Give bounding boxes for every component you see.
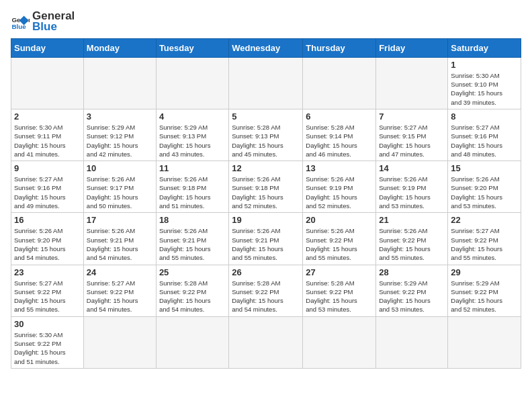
day-info: Sunrise: 5:28 AMSunset: 9:14 PMDaylight:… [306, 123, 373, 158]
day-info: Sunrise: 5:29 AMSunset: 9:12 PMDaylight:… [87, 123, 153, 158]
week-row-5: 23Sunrise: 5:27 AMSunset: 9:22 PMDayligh… [11, 265, 521, 316]
col-header-saturday: Saturday [448, 38, 521, 57]
calendar-cell: 22Sunrise: 5:27 AMSunset: 9:22 PMDayligh… [448, 213, 521, 265]
calendar-cell [303, 57, 376, 109]
day-number: 7 [379, 111, 445, 122]
calendar-cell: 2Sunrise: 5:30 AMSunset: 9:11 PMDaylight… [11, 109, 84, 161]
calendar-cell: 25Sunrise: 5:28 AMSunset: 9:22 PMDayligh… [156, 265, 228, 316]
day-number: 6 [306, 111, 373, 122]
calendar-cell: 26Sunrise: 5:28 AMSunset: 9:22 PMDayligh… [229, 265, 303, 316]
week-row-4: 16Sunrise: 5:26 AMSunset: 9:20 PMDayligh… [11, 213, 521, 265]
week-row-1: 1Sunrise: 5:30 AMSunset: 9:10 PMDaylight… [11, 57, 521, 109]
day-info: Sunrise: 5:26 AMSunset: 9:17 PMDaylight:… [87, 175, 153, 210]
day-number: 14 [379, 163, 445, 173]
calendar-cell: 7Sunrise: 5:27 AMSunset: 9:15 PMDaylight… [376, 109, 448, 161]
day-info: Sunrise: 5:29 AMSunset: 9:22 PMDaylight:… [379, 279, 445, 314]
day-number: 11 [159, 163, 226, 173]
day-info: Sunrise: 5:30 AMSunset: 9:10 PMDaylight:… [451, 71, 518, 107]
calendar-cell: 16Sunrise: 5:26 AMSunset: 9:20 PMDayligh… [11, 213, 84, 265]
calendar-cell: 1Sunrise: 5:30 AMSunset: 9:10 PMDaylight… [448, 57, 521, 109]
day-info: Sunrise: 5:29 AMSunset: 9:13 PMDaylight:… [159, 123, 226, 158]
day-number: 8 [451, 111, 518, 122]
day-number: 4 [159, 111, 226, 122]
day-info: Sunrise: 5:28 AMSunset: 9:22 PMDaylight:… [232, 279, 300, 314]
day-number: 2 [14, 111, 81, 122]
calendar-cell: 12Sunrise: 5:26 AMSunset: 9:18 PMDayligh… [229, 161, 303, 213]
day-info: Sunrise: 5:26 AMSunset: 9:21 PMDaylight:… [232, 226, 300, 262]
calendar-cell: 27Sunrise: 5:28 AMSunset: 9:22 PMDayligh… [303, 265, 376, 316]
day-number: 19 [232, 215, 300, 225]
day-number: 20 [306, 215, 373, 225]
calendar-table: SundayMondayTuesdayWednesdayThursdayFrid… [11, 38, 521, 369]
calendar-cell: 15Sunrise: 5:26 AMSunset: 9:20 PMDayligh… [448, 161, 521, 213]
col-header-tuesday: Tuesday [156, 38, 228, 57]
day-info: Sunrise: 5:26 AMSunset: 9:21 PMDaylight:… [159, 226, 226, 262]
logo-blue: Blue [32, 20, 75, 34]
day-info: Sunrise: 5:26 AMSunset: 9:20 PMDaylight:… [14, 226, 81, 262]
day-info: Sunrise: 5:26 AMSunset: 9:18 PMDaylight:… [159, 175, 226, 210]
calendar-cell: 18Sunrise: 5:26 AMSunset: 9:21 PMDayligh… [156, 213, 228, 265]
day-number: 16 [14, 215, 81, 225]
day-number: 17 [87, 215, 153, 225]
day-number: 28 [379, 267, 445, 277]
calendar-cell [83, 316, 156, 368]
calendar-cell: 14Sunrise: 5:26 AMSunset: 9:19 PMDayligh… [376, 161, 448, 213]
day-info: Sunrise: 5:27 AMSunset: 9:22 PMDaylight:… [14, 279, 81, 314]
calendar-cell: 20Sunrise: 5:26 AMSunset: 9:22 PMDayligh… [303, 213, 376, 265]
calendar-cell [156, 57, 228, 109]
calendar-cell: 11Sunrise: 5:26 AMSunset: 9:18 PMDayligh… [156, 161, 228, 213]
col-header-sunday: Sunday [11, 38, 84, 57]
generalblue-logo-icon: General Blue [11, 12, 30, 31]
header: General Blue General Blue [11, 7, 521, 34]
week-row-2: 2Sunrise: 5:30 AMSunset: 9:11 PMDaylight… [11, 109, 521, 161]
calendar-cell [229, 57, 303, 109]
day-number: 10 [87, 163, 153, 173]
day-number: 26 [232, 267, 300, 277]
calendar-cell: 17Sunrise: 5:26 AMSunset: 9:21 PMDayligh… [83, 213, 156, 265]
day-number: 25 [159, 267, 226, 277]
col-header-wednesday: Wednesday [229, 38, 303, 57]
day-info: Sunrise: 5:28 AMSunset: 9:13 PMDaylight:… [232, 123, 300, 158]
calendar-cell [83, 57, 156, 109]
day-number: 24 [87, 267, 153, 277]
calendar-cell: 30Sunrise: 5:30 AMSunset: 9:22 PMDayligh… [11, 316, 84, 368]
day-number: 18 [159, 215, 226, 225]
day-number: 5 [232, 111, 300, 122]
day-info: Sunrise: 5:27 AMSunset: 9:16 PMDaylight:… [451, 123, 518, 158]
calendar-cell: 9Sunrise: 5:27 AMSunset: 9:16 PMDaylight… [11, 161, 84, 213]
day-number: 15 [451, 163, 518, 173]
day-info: Sunrise: 5:26 AMSunset: 9:19 PMDaylight:… [306, 175, 373, 210]
day-info: Sunrise: 5:30 AMSunset: 9:22 PMDaylight:… [14, 330, 81, 366]
day-number: 1 [451, 60, 518, 70]
calendar-cell [229, 316, 303, 368]
calendar-cell [448, 316, 521, 368]
day-info: Sunrise: 5:30 AMSunset: 9:11 PMDaylight:… [14, 123, 81, 158]
day-number: 13 [306, 163, 373, 173]
week-row-3: 9Sunrise: 5:27 AMSunset: 9:16 PMDaylight… [11, 161, 521, 213]
day-info: Sunrise: 5:27 AMSunset: 9:22 PMDaylight:… [87, 279, 153, 314]
header-row: SundayMondayTuesdayWednesdayThursdayFrid… [11, 38, 521, 57]
calendar-cell [376, 316, 448, 368]
day-number: 22 [451, 215, 518, 225]
col-header-monday: Monday [83, 38, 156, 57]
calendar-cell: 4Sunrise: 5:29 AMSunset: 9:13 PMDaylight… [156, 109, 228, 161]
day-number: 9 [14, 163, 81, 173]
day-number: 3 [87, 111, 153, 122]
calendar-cell [156, 316, 228, 368]
day-info: Sunrise: 5:26 AMSunset: 9:22 PMDaylight:… [306, 226, 373, 262]
calendar-cell: 23Sunrise: 5:27 AMSunset: 9:22 PMDayligh… [11, 265, 84, 316]
calendar-cell: 3Sunrise: 5:29 AMSunset: 9:12 PMDaylight… [83, 109, 156, 161]
day-info: Sunrise: 5:26 AMSunset: 9:18 PMDaylight:… [232, 175, 300, 210]
day-number: 29 [451, 267, 518, 277]
day-info: Sunrise: 5:27 AMSunset: 9:16 PMDaylight:… [14, 175, 81, 210]
calendar-cell: 28Sunrise: 5:29 AMSunset: 9:22 PMDayligh… [376, 265, 448, 316]
col-header-friday: Friday [376, 38, 448, 57]
calendar-cell: 10Sunrise: 5:26 AMSunset: 9:17 PMDayligh… [83, 161, 156, 213]
day-number: 21 [379, 215, 445, 225]
calendar-cell: 29Sunrise: 5:29 AMSunset: 9:22 PMDayligh… [448, 265, 521, 316]
svg-text:Blue: Blue [11, 23, 26, 30]
day-info: Sunrise: 5:26 AMSunset: 9:20 PMDaylight:… [451, 175, 518, 210]
calendar-cell [303, 316, 376, 368]
calendar-cell: 24Sunrise: 5:27 AMSunset: 9:22 PMDayligh… [83, 265, 156, 316]
day-number: 23 [14, 267, 81, 277]
